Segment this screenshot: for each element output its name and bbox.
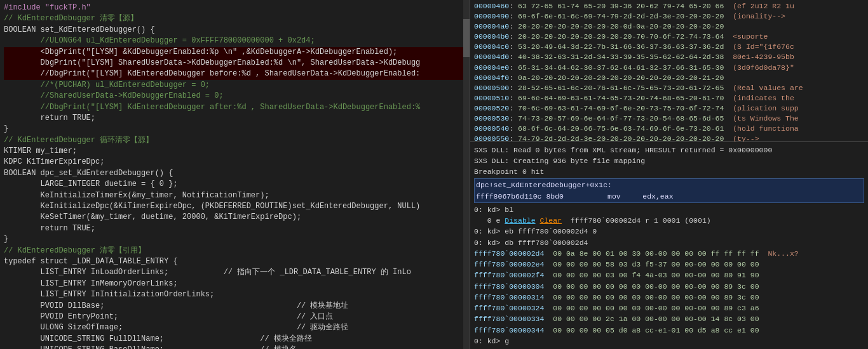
left-scrollbar[interactable] xyxy=(463,0,470,349)
left-scrollbar-thumb[interactable] xyxy=(463,19,470,57)
debug-output-area: SXS DLL: Read 0 bytes from XML stream; H… xyxy=(470,142,868,350)
left-code-panel: #include "fuckTP.h"// KdEnteredDebugger … xyxy=(0,0,470,349)
clear-link[interactable]: Clear xyxy=(540,216,562,225)
hex-dump-area: 00000460: 63 72-65 61-74 65-20 39-36 20-… xyxy=(470,0,868,142)
right-debug-panel: 00000460: 63 72-65 61-74 65-20 39-36 20-… xyxy=(470,0,868,349)
source-code: #include "fuckTP.h"// KdEnteredDebugger … xyxy=(0,0,470,349)
disable-link[interactable]: Disable xyxy=(505,216,535,225)
